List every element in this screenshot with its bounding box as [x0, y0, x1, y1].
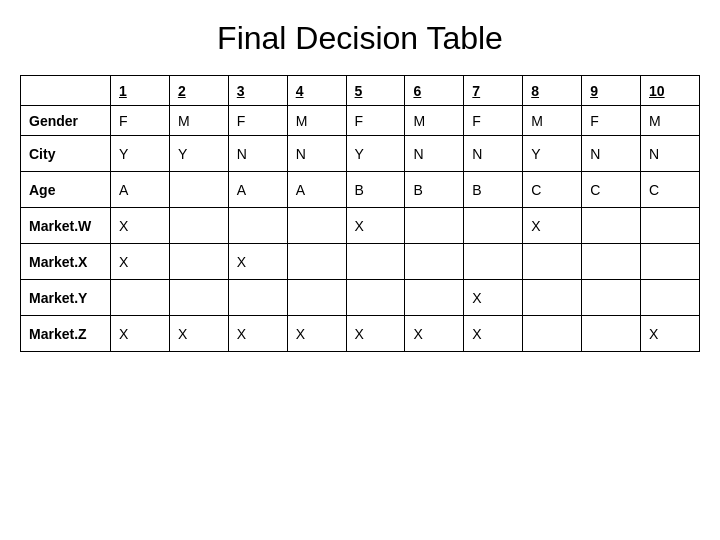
cell-gender-5: F [346, 106, 405, 136]
cell-age-1: A [111, 172, 170, 208]
cell-market-x-6 [405, 244, 464, 280]
cell-market-z-10: X [641, 316, 700, 352]
cell-age-2 [169, 172, 228, 208]
cell-city-5: Y [346, 136, 405, 172]
cell-market-y-6 [405, 280, 464, 316]
cell-market-x-9 [582, 244, 641, 280]
cell-market-y-2 [169, 280, 228, 316]
col-header-3: 3 [228, 76, 287, 106]
cell-market-y-5 [346, 280, 405, 316]
cell-market-w-9 [582, 208, 641, 244]
cell-market-w-1: X [111, 208, 170, 244]
table-row: Market.YX [21, 280, 700, 316]
cell-market-y-9 [582, 280, 641, 316]
cell-market-w-10 [641, 208, 700, 244]
decision-table: 12345678910GenderFMFMFMFMFMCityYYNNYNNYN… [20, 75, 700, 352]
cell-gender-10: M [641, 106, 700, 136]
cell-city-7: N [464, 136, 523, 172]
cell-market-x-8 [523, 244, 582, 280]
row-label-market-y: Market.Y [21, 280, 111, 316]
col-header-1: 1 [111, 76, 170, 106]
cell-market-z-7: X [464, 316, 523, 352]
cell-city-4: N [287, 136, 346, 172]
cell-market-y-3 [228, 280, 287, 316]
cell-market-z-3: X [228, 316, 287, 352]
cell-market-w-4 [287, 208, 346, 244]
col-header-10: 10 [641, 76, 700, 106]
col-header-6: 6 [405, 76, 464, 106]
cell-market-y-10 [641, 280, 700, 316]
cell-market-z-1: X [111, 316, 170, 352]
table-row: Market.ZXXXXXXXX [21, 316, 700, 352]
cell-city-3: N [228, 136, 287, 172]
table-row: CityYYNNYNNYNN [21, 136, 700, 172]
cell-market-x-2 [169, 244, 228, 280]
col-header-8: 8 [523, 76, 582, 106]
cell-gender-4: M [287, 106, 346, 136]
cell-market-z-6: X [405, 316, 464, 352]
row-label-city: City [21, 136, 111, 172]
cell-age-7: B [464, 172, 523, 208]
cell-market-y-7: X [464, 280, 523, 316]
cell-market-w-3 [228, 208, 287, 244]
cell-market-z-2: X [169, 316, 228, 352]
cell-market-y-4 [287, 280, 346, 316]
cell-gender-1: F [111, 106, 170, 136]
cell-gender-6: M [405, 106, 464, 136]
cell-market-z-4: X [287, 316, 346, 352]
cell-market-z-9 [582, 316, 641, 352]
cell-age-9: C [582, 172, 641, 208]
cell-market-z-8 [523, 316, 582, 352]
cell-age-3: A [228, 172, 287, 208]
cell-city-8: Y [523, 136, 582, 172]
col-header-7: 7 [464, 76, 523, 106]
cell-market-x-5 [346, 244, 405, 280]
cell-age-5: B [346, 172, 405, 208]
row-label-market-w: Market.W [21, 208, 111, 244]
row-label-market-x: Market.X [21, 244, 111, 280]
cell-city-1: Y [111, 136, 170, 172]
table-row: GenderFMFMFMFMFM [21, 106, 700, 136]
cell-market-x-4 [287, 244, 346, 280]
cell-market-w-5: X [346, 208, 405, 244]
table-row: Market.XXX [21, 244, 700, 280]
cell-market-w-7 [464, 208, 523, 244]
cell-market-w-6 [405, 208, 464, 244]
col-header-4: 4 [287, 76, 346, 106]
row-label-gender: Gender [21, 106, 111, 136]
table-row: Market.WXXX [21, 208, 700, 244]
cell-market-x-7 [464, 244, 523, 280]
page-title: Final Decision Table [217, 20, 503, 57]
cell-city-6: N [405, 136, 464, 172]
cell-gender-3: F [228, 106, 287, 136]
cell-age-10: C [641, 172, 700, 208]
cell-market-w-2 [169, 208, 228, 244]
empty-header [21, 76, 111, 106]
col-header-5: 5 [346, 76, 405, 106]
cell-age-6: B [405, 172, 464, 208]
cell-gender-9: F [582, 106, 641, 136]
cell-gender-7: F [464, 106, 523, 136]
col-header-9: 9 [582, 76, 641, 106]
col-header-2: 2 [169, 76, 228, 106]
cell-age-8: C [523, 172, 582, 208]
cell-market-y-8 [523, 280, 582, 316]
cell-market-x-1: X [111, 244, 170, 280]
cell-market-w-8: X [523, 208, 582, 244]
cell-market-y-1 [111, 280, 170, 316]
table-row: AgeAAABBBCCC [21, 172, 700, 208]
cell-city-2: Y [169, 136, 228, 172]
row-label-age: Age [21, 172, 111, 208]
cell-gender-2: M [169, 106, 228, 136]
cell-market-x-10 [641, 244, 700, 280]
cell-city-10: N [641, 136, 700, 172]
cell-age-4: A [287, 172, 346, 208]
cell-market-x-3: X [228, 244, 287, 280]
cell-market-z-5: X [346, 316, 405, 352]
row-label-market-z: Market.Z [21, 316, 111, 352]
cell-gender-8: M [523, 106, 582, 136]
cell-city-9: N [582, 136, 641, 172]
